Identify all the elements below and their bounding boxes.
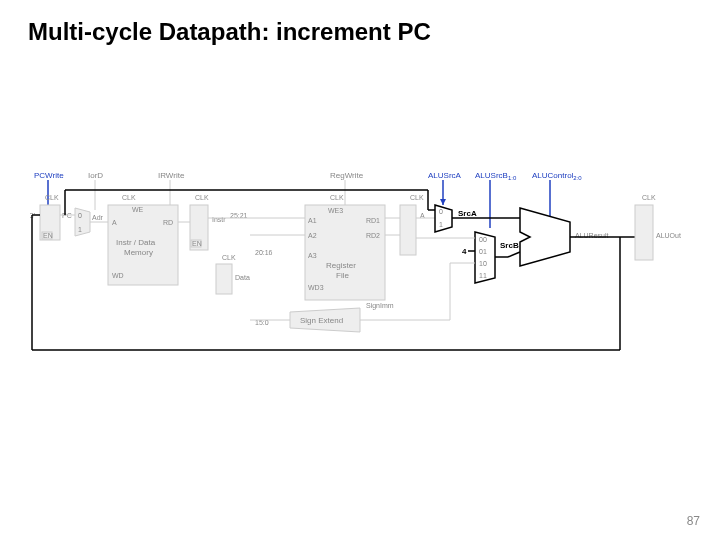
sig-alucontrol: ALUControl2:0 bbox=[532, 171, 582, 181]
rf-label1: Register bbox=[326, 261, 356, 270]
datapath-svg: PCWrite IorD IRWrite RegWrite ALUSrcA AL… bbox=[30, 150, 690, 380]
slide-title: Multi-cycle Datapath: increment PC bbox=[0, 0, 720, 46]
mem-we: WE bbox=[132, 206, 144, 213]
rf-a2: A2 bbox=[308, 232, 317, 239]
sig-regwrite: RegWrite bbox=[330, 171, 364, 180]
srcb-label: SrcB bbox=[500, 241, 519, 250]
ab-reg bbox=[400, 205, 416, 255]
sig-alusrca: ALUSrcA bbox=[428, 171, 462, 180]
rf-a3: A3 bbox=[308, 252, 317, 259]
page-number: 87 bbox=[687, 514, 700, 528]
adr-label: Adr bbox=[92, 214, 104, 221]
data-reg bbox=[216, 264, 232, 294]
signext-label: Sign Extend bbox=[300, 316, 343, 325]
srca-mux bbox=[435, 205, 452, 232]
svg-text:EN: EN bbox=[192, 240, 202, 247]
svg-text:1: 1 bbox=[439, 221, 443, 228]
rf-rd1: RD1 bbox=[366, 217, 380, 224]
clk-ir: CLK bbox=[195, 194, 209, 201]
clk-data: CLK bbox=[222, 254, 236, 261]
sig-alusrcb: ALUSrcB1:0 bbox=[475, 171, 517, 181]
svg-text:1: 1 bbox=[78, 226, 82, 233]
svg-text:0: 0 bbox=[78, 212, 82, 219]
svg-text:0: 0 bbox=[439, 208, 443, 215]
clk-aluout: CLK bbox=[642, 194, 656, 201]
sig-irwrite: IRWrite bbox=[158, 171, 185, 180]
pc-en-label: EN bbox=[43, 232, 53, 239]
mem-label1: Instr / Data bbox=[116, 238, 156, 247]
aluresult-label: ALUResult bbox=[575, 232, 609, 239]
svg-marker-5 bbox=[440, 199, 446, 205]
mem-rd: RD bbox=[163, 219, 173, 226]
signimm-label: SignImm bbox=[366, 302, 394, 310]
datapath-diagram: PCWrite IorD IRWrite RegWrite ALUSrcA AL… bbox=[30, 150, 690, 380]
r2016: 20:16 bbox=[255, 249, 273, 256]
rf-label2: File bbox=[336, 271, 349, 280]
const-four: 4 bbox=[462, 247, 467, 256]
rf-we3: WE3 bbox=[328, 207, 343, 214]
clk-rf: CLK bbox=[330, 194, 344, 201]
svg-text:01: 01 bbox=[479, 248, 487, 255]
aluout-label: ALUOut bbox=[656, 232, 681, 239]
svg-text:10: 10 bbox=[479, 260, 487, 267]
rf-wd3: WD3 bbox=[308, 284, 324, 291]
clk-mem: CLK bbox=[122, 194, 136, 201]
data-label: Data bbox=[235, 274, 250, 281]
aluout-reg bbox=[635, 205, 653, 260]
instr-label: Instr bbox=[212, 216, 226, 223]
srca-label: SrcA bbox=[458, 209, 477, 218]
sig-iord: IorD bbox=[88, 171, 103, 180]
svg-text:11: 11 bbox=[479, 272, 487, 279]
svg-line-33 bbox=[508, 252, 520, 257]
mem-wd: WD bbox=[112, 272, 124, 279]
clk-pc: CLK bbox=[45, 194, 59, 201]
svg-text:00: 00 bbox=[479, 236, 487, 243]
alu bbox=[520, 208, 570, 266]
mem-label2: Memory bbox=[124, 248, 153, 257]
sig-pcwrite: PCWrite bbox=[34, 171, 64, 180]
rf-a1: A1 bbox=[308, 217, 317, 224]
mem-a: A bbox=[112, 219, 117, 226]
clk-ab: CLK bbox=[410, 194, 424, 201]
rf-rd2: RD2 bbox=[366, 232, 380, 239]
